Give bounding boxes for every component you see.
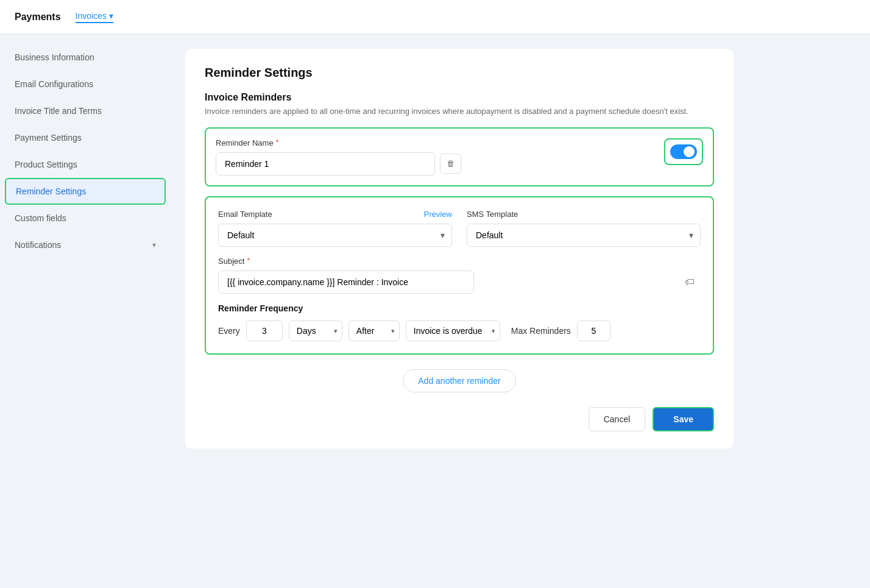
frequency-row: Every Days Weeks Months After [218, 321, 701, 341]
sidebar-item-label: Payment Settings [15, 133, 82, 143]
add-reminder-container: Add another reminder [205, 369, 714, 392]
sidebar-item-notifications[interactable]: Notifications ▾ [0, 232, 171, 258]
subject-label: Subject * [218, 257, 701, 266]
subject-input-wrap: 🏷 [218, 271, 701, 294]
sidebar-item-custom-fields[interactable]: Custom fields [0, 205, 171, 232]
invoices-tab[interactable]: Invoices ▾ [76, 11, 113, 23]
required-star: * [276, 138, 279, 147]
cancel-button[interactable]: Cancel [589, 407, 646, 431]
sidebar-item-business-information[interactable]: Business Information [0, 44, 171, 71]
reminder-toggle[interactable] [670, 144, 697, 159]
main-layout: Business Information Email Configuration… [0, 34, 870, 588]
sidebar-item-label: Notifications [15, 240, 61, 250]
period-select-wrap: Days Weeks Months [289, 321, 342, 341]
frequency-value-input[interactable] [246, 321, 283, 341]
sms-template-select[interactable]: Default [467, 224, 701, 247]
sms-template-col: SMS Template Default [467, 210, 701, 247]
condition-select[interactable]: Invoice is overdue Invoice is due [406, 321, 500, 341]
period-select[interactable]: Days Weeks Months [289, 321, 342, 341]
add-reminder-button[interactable]: Add another reminder [403, 369, 515, 392]
sidebar-item-payment-settings[interactable]: Payment Settings [0, 124, 171, 151]
save-button[interactable]: Save [652, 407, 714, 431]
sidebar-item-invoice-title-terms[interactable]: Invoice Title and Terms [0, 97, 171, 124]
email-template-col: Email Template Preview Default [218, 210, 452, 247]
reminder-name-card: Reminder Name * 🗑 [205, 127, 714, 186]
toggle-slider [670, 144, 697, 159]
sidebar-item-label: Business Information [15, 52, 94, 62]
condition-select-wrap: Invoice is overdue Invoice is due [406, 321, 500, 341]
timing-select[interactable]: After Before [348, 321, 400, 341]
every-label: Every [218, 326, 240, 336]
sidebar-item-label: Custom fields [15, 213, 66, 223]
reminder-name-input[interactable] [216, 152, 435, 175]
reminder-name-inner: Reminder Name * 🗑 [216, 138, 654, 175]
settings-panel: Reminder Settings Invoice Reminders Invo… [185, 49, 734, 448]
trash-icon: 🗑 [447, 159, 454, 168]
sms-template-select-wrapper: Default [467, 224, 701, 247]
email-template-select[interactable]: Default [218, 224, 452, 247]
subject-row: Subject * 🏷 [218, 257, 701, 294]
email-template-label: Email Template Preview [218, 210, 452, 219]
delete-reminder-button[interactable]: 🗑 [440, 154, 461, 174]
sms-template-label: SMS Template [467, 210, 701, 219]
subject-required-star: * [247, 257, 250, 265]
timing-select-wrap: After Before [348, 321, 400, 341]
sidebar-item-email-configurations[interactable]: Email Configurations [0, 71, 171, 97]
reminder-name-label: Reminder Name * [216, 138, 654, 147]
invoice-reminders-desc: Invoice reminders are applied to all one… [205, 105, 714, 118]
preview-link[interactable]: Preview [424, 210, 452, 219]
footer-actions: Cancel Save [205, 407, 714, 431]
chevron-down-icon: ▾ [109, 11, 113, 21]
max-reminders-input[interactable] [577, 321, 610, 341]
sidebar-item-reminder-settings[interactable]: Reminder Settings [5, 178, 166, 205]
max-reminders-label: Max Reminders [511, 326, 571, 336]
email-template-select-wrapper: Default [218, 224, 452, 247]
panel-title: Reminder Settings [205, 66, 714, 80]
top-nav: Payments Invoices ▾ [0, 0, 870, 34]
app-title: Payments [15, 12, 61, 23]
sidebar-item-product-settings[interactable]: Product Settings [0, 151, 171, 178]
frequency-section: Reminder Frequency Every Days Weeks Mont… [218, 303, 701, 341]
sidebar-item-label: Product Settings [15, 160, 77, 169]
sidebar: Business Information Email Configuration… [0, 34, 171, 588]
sidebar-item-label: Reminder Settings [16, 186, 86, 196]
main-content: Reminder Settings Invoice Reminders Invo… [171, 34, 870, 588]
template-card: Email Template Preview Default SMS Templ… [205, 196, 714, 355]
chevron-down-icon: ▾ [152, 241, 156, 249]
reminder-name-input-row: 🗑 [216, 152, 654, 175]
frequency-title: Reminder Frequency [218, 303, 701, 313]
subject-input[interactable] [218, 271, 474, 294]
tag-icon[interactable]: 🏷 [685, 277, 695, 288]
invoices-tab-label: Invoices [76, 11, 107, 21]
sidebar-item-label: Invoice Title and Terms [15, 106, 102, 116]
template-row: Email Template Preview Default SMS Templ… [218, 210, 701, 247]
toggle-container [664, 138, 703, 165]
sidebar-item-label: Email Configurations [15, 79, 93, 89]
invoice-reminders-title: Invoice Reminders [205, 92, 714, 103]
